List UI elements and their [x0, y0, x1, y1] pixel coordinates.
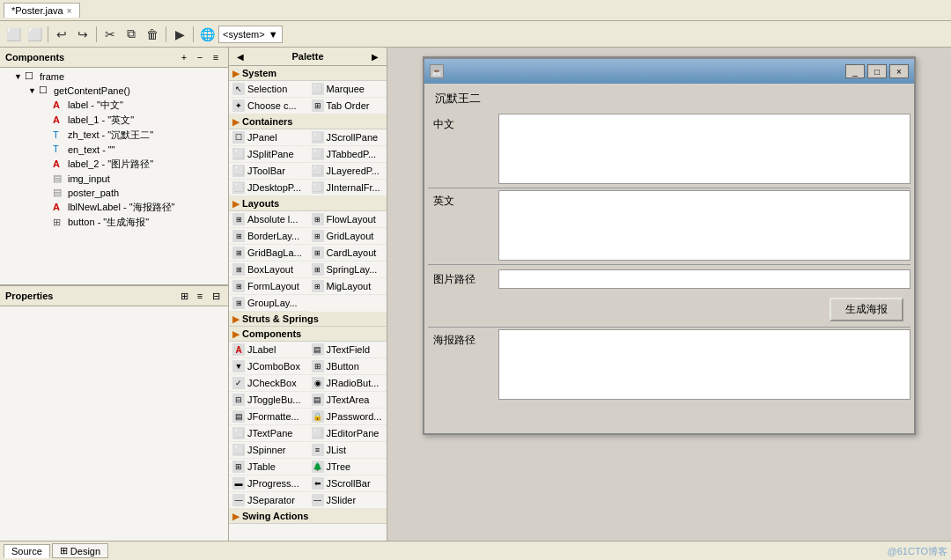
- swing-minimize-btn[interactable]: _: [845, 64, 865, 78]
- tree-item-label-en[interactable]: A label_1 - "英文": [0, 113, 228, 128]
- spring-icon: ⊞: [312, 263, 324, 276]
- components-minus-btn[interactable]: −: [193, 50, 207, 64]
- toolbar-run[interactable]: ▶: [170, 25, 189, 44]
- toolbar-sep-1: [48, 26, 48, 42]
- design-tab-label: Design: [70, 546, 100, 556]
- palette-section-system[interactable]: ▶ System: [229, 66, 387, 81]
- palette-jdesktop[interactable]: ⬜ JDesktopP...: [229, 180, 308, 196]
- tree-item-posterpath[interactable]: ▤ poster_path: [0, 186, 228, 200]
- palette-jtextpane[interactable]: ⬜ JTextPane: [229, 425, 308, 442]
- palette-gridlayout[interactable]: ⊞ GridLayout: [308, 228, 387, 245]
- palette-jpanel[interactable]: ☐ JPanel: [229, 129, 308, 146]
- palette-jbutton[interactable]: ⊞ JButton: [308, 358, 387, 375]
- swing-maximize-btn[interactable]: □: [867, 64, 887, 78]
- palette-jseparator[interactable]: — JSeparator: [229, 492, 308, 509]
- palette-jpassword[interactable]: 🔒 JPassword...: [308, 409, 387, 425]
- palette-gridbaglayout[interactable]: ⊞ GridBagLa...: [229, 245, 308, 262]
- palette-jlabel[interactable]: A JLabel: [229, 342, 308, 358]
- palette-jtoolbar[interactable]: ⬜ JToolBar: [229, 163, 308, 180]
- palette-miglayout[interactable]: ⊞ MigLayout: [308, 278, 387, 295]
- components-add-btn[interactable]: +: [177, 50, 191, 64]
- tree-item-button[interactable]: ⊞ button - "生成海报": [0, 215, 228, 230]
- tab-design[interactable]: ⊞ Design: [52, 543, 108, 558]
- palette-jscrollbar[interactable]: ⬅ JScrollBar: [308, 475, 387, 492]
- palette-cardlayout[interactable]: ⊞ CardLayout: [308, 245, 387, 262]
- toolbar-web[interactable]: 🌐: [197, 25, 217, 44]
- toolbar-copy[interactable]: ⧉: [122, 25, 141, 44]
- palette-formlayout[interactable]: ⊞ FormLayout: [229, 278, 308, 295]
- section-label: Swing Actions: [242, 511, 308, 521]
- palette-jlayeredp[interactable]: ⬜ JLayeredP...: [308, 163, 387, 180]
- palette-item-label: JLayeredP...: [327, 166, 380, 176]
- palette-selection[interactable]: ↖ Selection: [229, 81, 308, 98]
- palette-jlist[interactable]: ≡ JList: [308, 442, 387, 459]
- palette-section-layouts[interactable]: ▶ Layouts: [229, 196, 387, 211]
- palette-jslider[interactable]: — JSlider: [308, 492, 387, 509]
- palette-choosec[interactable]: ✦ Choose c...: [229, 98, 308, 114]
- palette-nav-left[interactable]: ◀: [234, 50, 247, 63]
- toolbar-sep-4: [193, 26, 194, 42]
- palette-jtable[interactable]: ⊞ JTable: [229, 459, 308, 475]
- palette-jscrollpane[interactable]: ⬜ JScrollPane: [308, 129, 387, 146]
- imgpath-input[interactable]: [498, 269, 910, 289]
- tree-item-frame[interactable]: ▼ ☐ frame: [0, 70, 228, 84]
- palette-jtextarea[interactable]: ▤ JTextArea: [308, 392, 387, 409]
- tree-item-entext[interactable]: T en_text - "": [0, 143, 228, 157]
- properties-btn-1[interactable]: ⊞: [177, 289, 191, 303]
- palette-jtextfield[interactable]: ▤ JTextField: [308, 342, 387, 358]
- palette-jeditorpane[interactable]: ⬜ JEditorPane: [308, 425, 387, 442]
- posterpath-textarea[interactable]: [498, 329, 910, 400]
- palette-taborder[interactable]: ⊞ Tab Order: [308, 98, 387, 114]
- palette-item-label: JLabel: [247, 344, 276, 355]
- palette-section-components[interactable]: ▶ Components: [229, 327, 387, 342]
- palette-jcheckbox[interactable]: ✓ JCheckBox: [229, 375, 308, 392]
- toolbar-btn-2[interactable]: ⬜: [25, 25, 44, 44]
- tree-item-label2[interactable]: A label_2 - "图片路径": [0, 157, 228, 172]
- tree-item-imginput[interactable]: ▤ img_input: [0, 172, 228, 186]
- palette-jinternalfr[interactable]: ⬜ JInternalFr...: [308, 180, 387, 196]
- palette-grouplayout[interactable]: ⊞ GroupLay...: [229, 295, 308, 312]
- toolbar-delete[interactable]: 🗑: [143, 25, 162, 44]
- properties-btn-2[interactable]: ≡: [193, 289, 207, 303]
- properties-btn-3[interactable]: ⊟: [209, 289, 223, 303]
- toolbar-redo[interactable]: ↪: [73, 25, 92, 44]
- swing-close-btn[interactable]: ×: [889, 64, 909, 78]
- palette-absolute[interactable]: ⊞ Absolute l...: [229, 211, 308, 228]
- tree-item-contentpane[interactable]: ▼ ☐ getContentPane(): [0, 84, 228, 98]
- palette-boxlayout[interactable]: ⊞ BoxLayout: [229, 262, 308, 278]
- zh-textarea[interactable]: [498, 114, 910, 184]
- palette-nav-right[interactable]: ▶: [369, 50, 381, 63]
- en-textarea[interactable]: [498, 190, 910, 261]
- palette-springlayout[interactable]: ⊞ SpringLay...: [308, 262, 387, 278]
- tab-source[interactable]: Source: [4, 544, 50, 558]
- tree-item-label-zh[interactable]: A label - "中文": [0, 98, 228, 113]
- tree-item-zhtext[interactable]: T zh_text - "沉默王二": [0, 128, 228, 143]
- close-tab-icon[interactable]: ×: [67, 6, 72, 16]
- components-config-btn[interactable]: ≡: [209, 50, 223, 64]
- generate-poster-btn[interactable]: 生成海报: [829, 298, 903, 321]
- tree-item-lblnewlabel[interactable]: A lblNewLabel - "海报路径": [0, 200, 228, 215]
- palette-jsplitpane[interactable]: ⬜ JSplitPane: [229, 146, 308, 163]
- palette-section-struts[interactable]: ▶ Struts & Springs: [229, 312, 387, 327]
- palette-jspinner[interactable]: ⬜ JSpinner: [229, 442, 308, 459]
- palette-jprogressbar[interactable]: ▬ JProgress...: [229, 475, 308, 492]
- palette-marquee[interactable]: ⬜ Marquee: [308, 81, 387, 98]
- palette-jtree[interactable]: 🌲 JTree: [308, 459, 387, 475]
- toolbar-cut[interactable]: ✂: [100, 25, 120, 44]
- palette-jcombobox[interactable]: ▼ JComboBox: [229, 358, 308, 375]
- palette-section-swingactions[interactable]: ▶ Swing Actions: [229, 509, 387, 524]
- system-dropdown[interactable]: <system> ▼: [218, 26, 283, 43]
- palette-jtabbedp[interactable]: ⬜ JTabbedP...: [308, 146, 387, 163]
- palette-scroll[interactable]: ▶ System ↖ Selection ⬜ Marquee ✦ Choose …: [229, 66, 387, 541]
- palette-jformatter[interactable]: ▤ JFormatte...: [229, 409, 308, 425]
- file-tab[interactable]: *Poster.java ×: [4, 3, 80, 18]
- toolbar-undo[interactable]: ↩: [52, 25, 71, 44]
- palette-section-containers[interactable]: ▶ Containers: [229, 114, 387, 129]
- palette-flowlayout[interactable]: ⊞ FlowLayout: [308, 211, 387, 228]
- palette-jradio[interactable]: ◉ JRadioBut...: [308, 375, 387, 392]
- palette-item-label: CardLayout: [327, 247, 377, 258]
- palette-borderlayout[interactable]: ⊞ BorderLay...: [229, 228, 308, 245]
- palette-jtoggle[interactable]: ⊟ JToggleBu...: [229, 392, 308, 409]
- toolbar-btn-1[interactable]: ⬜: [4, 25, 23, 44]
- main-area: Components + − ≡ ▼ ☐ frame ▼: [0, 48, 951, 541]
